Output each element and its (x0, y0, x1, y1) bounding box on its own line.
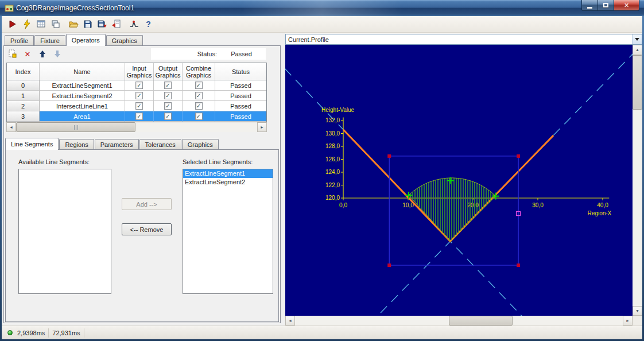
open-file-button[interactable] (66, 17, 80, 31)
input-graphics-checkbox[interactable]: ✓ (135, 82, 143, 89)
cell-output-graphics: ✓ (154, 111, 183, 122)
table-row[interactable]: 1 ExtractLineSegment2 ✓ ✓ ✓ Passed (7, 91, 266, 101)
subtab-regions[interactable]: Regions (59, 139, 94, 150)
add-button[interactable]: Add --> (122, 198, 172, 210)
subtab-parameters[interactable]: Parameters (95, 139, 139, 150)
input-graphics-checkbox[interactable]: ✓ (135, 113, 143, 120)
plot-horizontal-scrollbar[interactable]: ◄ ► (285, 316, 633, 326)
new-operator-button[interactable] (7, 49, 18, 59)
move-up-button[interactable] (37, 49, 48, 59)
col-header-name[interactable]: Name (40, 63, 125, 80)
output-graphics-checkbox[interactable]: ✓ (164, 102, 172, 110)
profile-source-combobox[interactable]: Current.Profile (285, 34, 642, 45)
help-icon[interactable]: ? (141, 17, 156, 31)
row-index[interactable]: 3 (7, 111, 40, 122)
scroll-down-arrow[interactable]: ▼ (633, 306, 642, 316)
table-row-selected[interactable]: 3 Area1 ✓ ✓ ✓ Passed (7, 111, 266, 122)
status-label: Status: (151, 51, 217, 57)
subtab-graphics[interactable]: Graphics (182, 139, 219, 150)
col-header-input-graphics[interactable]: Input Graphics (125, 63, 154, 80)
available-segments-list[interactable] (18, 169, 111, 294)
cell-output-graphics: ✓ (154, 91, 183, 101)
subtab-line-segments[interactable]: Line Segments (5, 138, 59, 150)
operators-page: ✕ Status: Passed Index Name Input Graphi… (3, 45, 281, 323)
region-corner-handle[interactable] (387, 154, 391, 158)
main-toolbar: ? (2, 16, 642, 33)
profile-plot-canvas[interactable]: 132,0130,0128,0126,0124,0122,0120,00,010… (285, 45, 633, 316)
save-file-button[interactable] (80, 17, 95, 31)
remove-button[interactable]: <-- Remove (122, 223, 172, 235)
scroll-thumb[interactable] (449, 316, 513, 326)
tab-profile[interactable]: Profile (5, 35, 34, 46)
selected-segments-list[interactable]: ExtractLineSegment1 ExtractLineSegment2 (183, 169, 273, 294)
row-name[interactable]: ExtractLineSegment1 (40, 80, 125, 91)
region-corner-handle[interactable] (517, 154, 520, 158)
list-item[interactable]: ExtractLineSegment2 (183, 178, 273, 187)
check-mark: ✓ (137, 103, 141, 109)
scroll-thumb[interactable] (16, 122, 135, 132)
output-graphics-checkbox[interactable]: ✓ (164, 92, 172, 99)
maximize-button[interactable] (598, 0, 614, 11)
run-button[interactable] (5, 17, 20, 31)
scroll-left-arrow[interactable]: ◄ (285, 316, 295, 326)
scroll-right-arrow[interactable]: ► (257, 122, 267, 132)
import-results-button[interactable] (109, 17, 123, 31)
row-name[interactable]: ExtractLineSegment2 (40, 91, 125, 101)
table-row[interactable]: 0 ExtractLineSegment1 ✓ ✓ ✓ Passed (7, 80, 266, 91)
input-graphics-checkbox[interactable]: ✓ (135, 92, 143, 99)
title-bar[interactable]: Cog3DRangeImageCrossSectionTool1 ✕ (0, 0, 644, 16)
combine-graphics-checkbox[interactable]: ✓ (195, 82, 203, 89)
check-mark: ✓ (196, 103, 201, 109)
plot-vertical-scrollbar[interactable]: ▲ ▼ (633, 45, 642, 316)
y-axis-title: Height-Value (321, 107, 355, 113)
row-index[interactable]: 1 (7, 91, 40, 101)
app-icon (5, 3, 14, 13)
tab-graphics[interactable]: Graphics (106, 35, 143, 46)
combine-graphics-checkbox[interactable]: ✓ (195, 113, 203, 120)
row-name[interactable]: Area1 (40, 111, 125, 122)
app-window: Cog3DRangeImageCrossSectionTool1 ✕ (0, 0, 644, 341)
row-index[interactable]: 2 (7, 101, 40, 111)
move-down-button[interactable] (52, 49, 63, 59)
col-header-status[interactable]: Status (215, 63, 266, 80)
delete-operator-button[interactable]: ✕ (22, 49, 33, 59)
col-header-output-graphics[interactable]: Output Graphics (154, 63, 183, 80)
output-graphics-checkbox[interactable]: ✓ (164, 113, 172, 120)
table-row[interactable]: 2 IntersectLineLine1 ✓ ✓ ✓ Passed (7, 101, 266, 111)
tab-fixture[interactable]: Fixture (34, 35, 65, 46)
available-segments-label: Available Line Segments: (18, 158, 90, 165)
scroll-thumb[interactable] (633, 55, 642, 110)
scroll-right-arrow[interactable]: ► (623, 316, 633, 326)
copy-window-button[interactable] (48, 17, 63, 31)
subtab-tolerances[interactable]: Tolerances (139, 139, 181, 150)
check-mark: ✓ (196, 92, 201, 99)
col-header-combine-graphics[interactable]: Combine Graphics (183, 63, 215, 80)
list-item[interactable]: ExtractLineSegment1 (183, 169, 273, 178)
combine-graphics-checkbox[interactable]: ✓ (195, 92, 203, 99)
col-header-index[interactable]: Index (7, 63, 40, 80)
cell-output-graphics: ✓ (154, 101, 183, 111)
combine-graphics-checkbox[interactable]: ✓ (195, 102, 203, 110)
x-tick-label: 0,0 (339, 202, 347, 208)
sub-tab-strip: Line Segments Regions Parameters Toleran… (5, 138, 219, 150)
save-image-button[interactable] (95, 17, 109, 31)
tab-operators[interactable]: Operators (66, 34, 106, 46)
selected-segments-label: Selected Line Segments: (183, 158, 253, 165)
results-display-button[interactable] (34, 17, 48, 31)
probe-button[interactable] (127, 17, 141, 31)
region-corner-handle[interactable] (517, 264, 520, 267)
output-graphics-checkbox[interactable]: ✓ (164, 82, 172, 89)
input-graphics-checkbox[interactable]: ✓ (135, 102, 143, 110)
region-corner-handle[interactable] (387, 264, 391, 267)
scroll-left-arrow[interactable]: ◄ (6, 122, 16, 132)
scroll-up-arrow[interactable]: ▲ (633, 45, 642, 55)
close-button[interactable]: ✕ (614, 0, 639, 11)
live-run-button[interactable] (20, 17, 34, 31)
row-index[interactable]: 0 (7, 80, 40, 91)
grid-horizontal-scrollbar[interactable]: ◄ ► (6, 122, 267, 132)
chevron-down-icon (635, 38, 639, 41)
combo-value: Current.Profile (286, 36, 632, 43)
minimize-button[interactable] (581, 0, 598, 11)
combo-dropdown-button[interactable] (632, 34, 642, 44)
row-name[interactable]: IntersectLineLine1 (40, 101, 125, 111)
